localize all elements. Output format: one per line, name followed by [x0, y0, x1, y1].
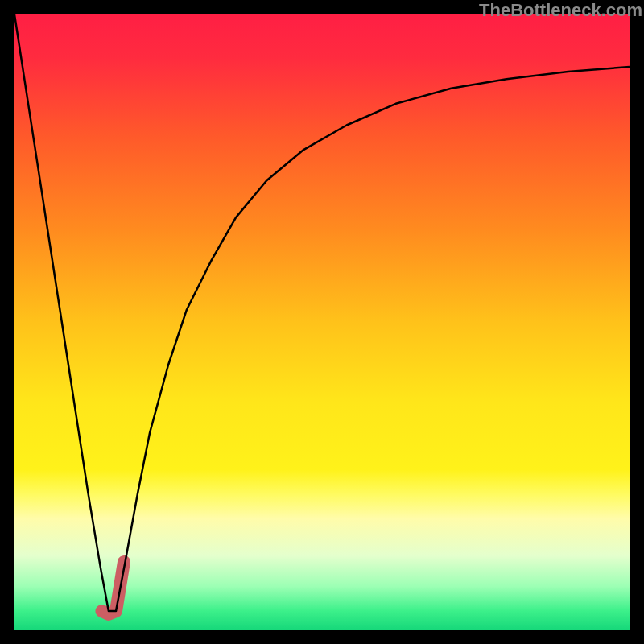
gradient-background [14, 14, 630, 630]
watermark-text: TheBottleneck.com [479, 0, 642, 21]
bottleneck-chart [14, 14, 630, 630]
chart-frame [14, 14, 630, 630]
